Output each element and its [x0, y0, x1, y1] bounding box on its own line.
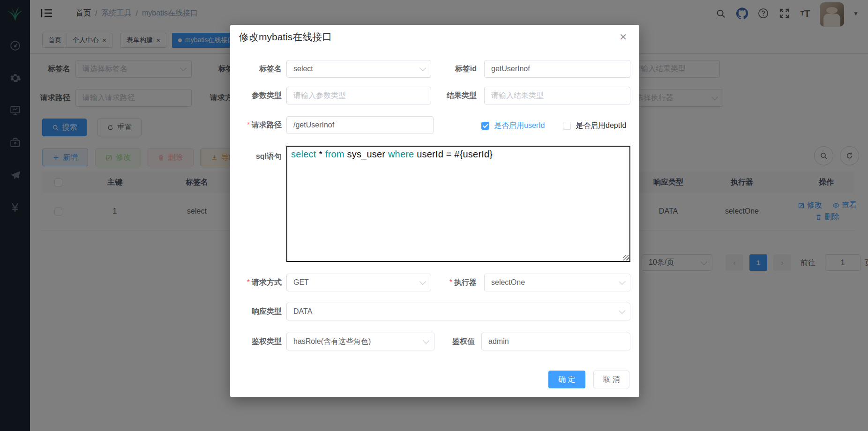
- chevron-down-icon: [619, 307, 625, 314]
- tag-id-input[interactable]: [484, 60, 630, 78]
- param-type-label: 参数类型: [230, 87, 282, 104]
- request-method-select[interactable]: GET: [286, 274, 431, 291]
- param-type-input[interactable]: [286, 87, 431, 104]
- edit-mybatis-dialog: 修改mybatis在线接口 ✕ 标签名 select 标签id 参数类型 结果类…: [230, 25, 639, 397]
- dialog-close-icon[interactable]: ✕: [619, 31, 627, 43]
- sql-editor[interactable]: select * from sys_user where userId = #{…: [286, 146, 630, 262]
- enable-deptid-checkbox[interactable]: 是否启用deptId: [563, 121, 626, 131]
- cancel-button[interactable]: 取 消: [593, 371, 629, 388]
- result-type-input[interactable]: [484, 87, 630, 104]
- request-method-label: *请求方式: [230, 274, 282, 291]
- response-type-label: 响应类型: [230, 303, 282, 320]
- request-path-label: *请求路径: [230, 116, 282, 134]
- auth-type-select[interactable]: hasRole(含有这些角色): [286, 333, 434, 350]
- executor-label: *执行器: [425, 274, 477, 291]
- tag-id-label: 标签id: [425, 60, 477, 78]
- enable-userid-checkbox[interactable]: 是否启用userId: [481, 121, 545, 131]
- chevron-down-icon: [619, 278, 625, 285]
- app-root: ¥ 首页 / 系统工具 / mybatis在线接口: [0, 0, 868, 431]
- resize-grip-icon[interactable]: [623, 255, 629, 260]
- auth-type-label: 鉴权类型: [230, 333, 282, 350]
- auth-value-input[interactable]: [481, 333, 630, 350]
- checkbox-checked-icon: [481, 122, 489, 130]
- sql-label: sql语句: [230, 148, 282, 165]
- executor-select[interactable]: selectOne: [484, 274, 630, 291]
- dialog-title: 修改mybatis在线接口: [239, 30, 332, 44]
- request-path-input[interactable]: [286, 116, 434, 134]
- checkbox-unchecked-icon: [563, 122, 571, 130]
- response-type-select[interactable]: DATA: [286, 303, 630, 320]
- tag-name-select[interactable]: select: [286, 60, 431, 78]
- auth-value-label: 鉴权值: [425, 333, 475, 350]
- sql-code: select * from sys_user where userId = #{…: [291, 149, 626, 160]
- result-type-label: 结果类型: [425, 87, 477, 104]
- confirm-button[interactable]: 确 定: [548, 371, 585, 388]
- tag-name-label: 标签名: [230, 60, 282, 78]
